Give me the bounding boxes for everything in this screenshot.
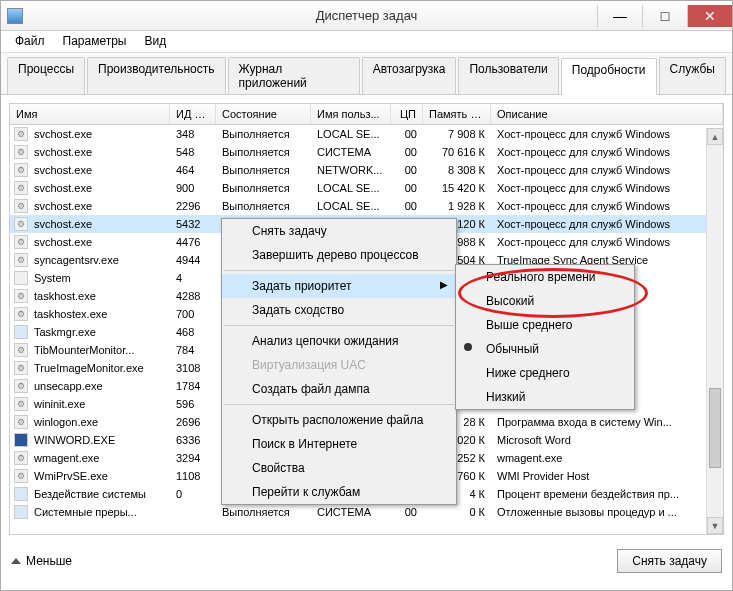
- cell-pid: 1108: [170, 468, 216, 484]
- tab-startup[interactable]: Автозагрузка: [362, 57, 457, 94]
- tab-users[interactable]: Пользователи: [458, 57, 558, 94]
- table-row[interactable]: Системные преры...ВыполняетсяСИСТЕМА000 …: [10, 503, 723, 521]
- scroll-down-button[interactable]: ▼: [707, 517, 723, 534]
- cell-name: wmagent.exe: [28, 450, 170, 466]
- end-task-button[interactable]: Снять задачу: [617, 549, 722, 573]
- cell-name: WINWORD.EXE: [28, 432, 170, 448]
- cell-pid: 5432: [170, 216, 216, 232]
- process-icon: [14, 469, 28, 483]
- priority-below-normal[interactable]: Ниже среднего: [456, 361, 634, 385]
- cell-pid: 596: [170, 396, 216, 412]
- fewer-details-button[interactable]: Меньше: [11, 554, 72, 568]
- cell-user: NETWORK...: [311, 162, 391, 178]
- cell-name: svchost.exe: [28, 198, 170, 214]
- footer: Меньше Снять задачу: [1, 543, 732, 577]
- cell-cpu: 00: [391, 180, 423, 196]
- cell-state: Выполняется: [216, 180, 311, 196]
- tabstrip: Процессы Производительность Журнал прило…: [1, 53, 732, 95]
- process-icon: [14, 163, 28, 177]
- tab-services[interactable]: Службы: [659, 57, 726, 94]
- table-row[interactable]: svchost.exe2296ВыполняетсяLOCAL SE...001…: [10, 197, 723, 215]
- cell-desc: Хост-процесс для служб Windows: [491, 180, 723, 196]
- col-pid[interactable]: ИД п...: [170, 104, 216, 124]
- process-icon: [14, 181, 28, 195]
- cell-name: svchost.exe: [28, 216, 170, 232]
- ctx-create-dump[interactable]: Создать файл дампа: [222, 377, 456, 401]
- scroll-thumb[interactable]: [709, 388, 721, 468]
- process-icon: [14, 289, 28, 303]
- process-icon: [14, 217, 28, 231]
- cell-desc: WMI Provider Host: [491, 468, 723, 484]
- menu-options[interactable]: Параметры: [55, 33, 135, 50]
- titlebar: Диспетчер задач — □ ✕: [1, 1, 732, 31]
- process-icon: [14, 433, 28, 447]
- cell-user: LOCAL SE...: [311, 198, 391, 214]
- col-mem[interactable]: Память (ч...: [423, 104, 491, 124]
- close-button[interactable]: ✕: [687, 5, 732, 27]
- table-row[interactable]: svchost.exe548ВыполняетсяСИСТЕМА0070 616…: [10, 143, 723, 161]
- tab-details[interactable]: Подробности: [561, 58, 657, 95]
- process-icon: [14, 127, 28, 141]
- chevron-up-icon: [11, 558, 21, 564]
- priority-low[interactable]: Низкий: [456, 385, 634, 409]
- maximize-button[interactable]: □: [642, 5, 687, 27]
- cell-name: winlogon.exe: [28, 414, 170, 430]
- priority-above-normal[interactable]: Выше среднего: [456, 313, 634, 337]
- process-icon: [14, 397, 28, 411]
- ctx-end-task[interactable]: Снять задачу: [222, 219, 456, 243]
- cell-pid: [170, 510, 216, 514]
- col-cpu[interactable]: ЦП: [391, 104, 423, 124]
- cell-name: svchost.exe: [28, 126, 170, 142]
- menu-view[interactable]: Вид: [136, 33, 174, 50]
- ctx-end-tree[interactable]: Завершить дерево процессов: [222, 243, 456, 267]
- cell-name: taskhostex.exe: [28, 306, 170, 322]
- priority-normal[interactable]: Обычный: [456, 337, 634, 361]
- ctx-properties[interactable]: Свойства: [222, 456, 456, 480]
- tab-app-history[interactable]: Журнал приложений: [228, 57, 360, 94]
- priority-normal-label: Обычный: [486, 342, 539, 356]
- cell-state: Выполняется: [216, 126, 311, 142]
- col-state[interactable]: Состояние: [216, 104, 311, 124]
- ctx-set-affinity[interactable]: Задать сходство: [222, 298, 456, 322]
- ctx-goto-services[interactable]: Перейти к службам: [222, 480, 456, 504]
- menubar: Файл Параметры Вид: [1, 31, 732, 53]
- cell-pid: 348: [170, 126, 216, 142]
- submenu-arrow-icon: ▶: [440, 279, 448, 290]
- scroll-up-button[interactable]: ▲: [707, 128, 723, 145]
- cell-name: svchost.exe: [28, 234, 170, 250]
- cell-pid: 1784: [170, 378, 216, 394]
- ctx-set-priority-label: Задать приоритет: [252, 279, 351, 293]
- cell-state: Выполняется: [216, 144, 311, 160]
- ctx-set-priority[interactable]: Задать приоритет▶: [222, 274, 456, 298]
- table-row[interactable]: svchost.exe900ВыполняетсяLOCAL SE...0015…: [10, 179, 723, 197]
- process-icon: [14, 199, 28, 213]
- col-user[interactable]: Имя польз...: [311, 104, 391, 124]
- cell-state: Выполняется: [216, 162, 311, 178]
- col-name[interactable]: Имя: [10, 104, 170, 124]
- priority-realtime[interactable]: Реального времени: [456, 265, 634, 289]
- cell-pid: 700: [170, 306, 216, 322]
- tab-performance[interactable]: Производительность: [87, 57, 225, 94]
- cell-user: СИСТЕМА: [311, 144, 391, 160]
- cell-desc: Хост-процесс для служб Windows: [491, 144, 723, 160]
- ctx-search-online[interactable]: Поиск в Интернете: [222, 432, 456, 456]
- table-row[interactable]: svchost.exe348ВыполняетсяLOCAL SE...007 …: [10, 125, 723, 143]
- menu-file[interactable]: Файл: [7, 33, 53, 50]
- cell-user: СИСТЕМА: [311, 504, 391, 520]
- cell-pid: 900: [170, 180, 216, 196]
- process-icon: [14, 415, 28, 429]
- cell-desc: Хост-процесс для служб Windows: [491, 162, 723, 178]
- cell-pid: 784: [170, 342, 216, 358]
- priority-high[interactable]: Высокий: [456, 289, 634, 313]
- ctx-open-location[interactable]: Открыть расположение файла: [222, 408, 456, 432]
- minimize-button[interactable]: —: [597, 5, 642, 27]
- ctx-analyze-wait[interactable]: Анализ цепочки ожидания: [222, 329, 456, 353]
- cell-name: WmiPrvSE.exe: [28, 468, 170, 484]
- table-row[interactable]: svchost.exe464ВыполняетсяNETWORK...008 3…: [10, 161, 723, 179]
- process-icon: [14, 451, 28, 465]
- cell-cpu: 00: [391, 162, 423, 178]
- vertical-scrollbar[interactable]: ▲ ▼: [706, 128, 723, 534]
- tab-processes[interactable]: Процессы: [7, 57, 85, 94]
- cell-pid: 2296: [170, 198, 216, 214]
- col-desc[interactable]: Описание: [491, 104, 723, 124]
